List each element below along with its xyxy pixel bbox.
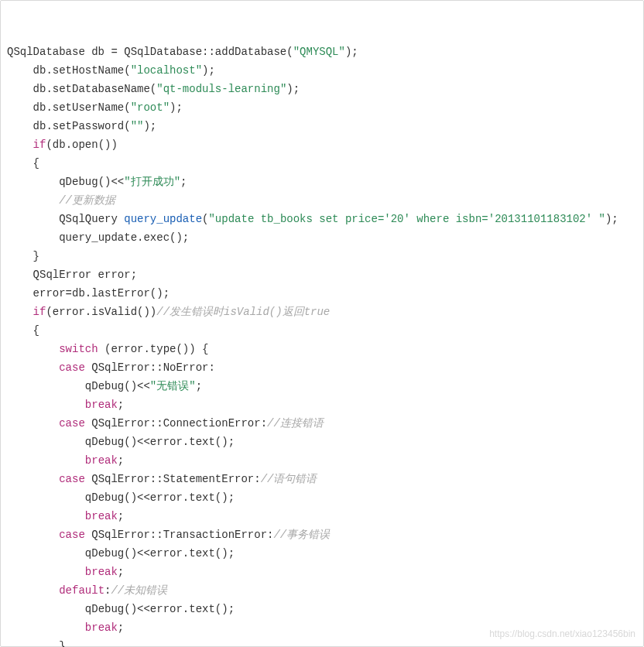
token-kw: switch xyxy=(59,343,98,355)
token-kw: if xyxy=(33,306,46,318)
token-type: ; xyxy=(118,399,124,411)
indent xyxy=(7,529,59,541)
code-line: db.setPassword(""); xyxy=(7,117,637,135)
token-str: "" xyxy=(131,120,144,132)
indent xyxy=(7,306,33,318)
code-line: } xyxy=(7,247,637,265)
code-lines: QSqlDatabase db = QSqlDatabase::addDatab… xyxy=(7,43,637,647)
token-cmt: //连接错语 xyxy=(267,417,324,430)
indent xyxy=(7,454,85,467)
token-type: qDebug()<<error.text(); xyxy=(85,436,235,448)
token-kw: break xyxy=(85,510,118,522)
code-line: break; xyxy=(7,507,637,525)
token-type: db.setPassword( xyxy=(33,120,131,132)
code-line: if(error.isValid())//发生错误时isValid()返回tru… xyxy=(7,303,637,321)
token-type: QSqlError::StatementError: xyxy=(85,473,261,485)
indent xyxy=(7,101,33,114)
token-str: "localhost" xyxy=(131,64,202,77)
token-type: ); xyxy=(345,46,358,58)
code-line: query_update.exec(); xyxy=(7,228,637,247)
indent xyxy=(7,361,59,374)
indent xyxy=(7,380,85,392)
token-str: "root" xyxy=(131,101,170,114)
token-type: ; xyxy=(118,510,124,522)
indent xyxy=(7,603,85,615)
code-line: break; xyxy=(7,395,637,414)
indent xyxy=(7,436,85,448)
indent xyxy=(7,491,85,504)
code-line: qDebug()<<error.text(); xyxy=(7,433,637,451)
code-line: case QSqlError::TransactionError://事务错误 xyxy=(7,525,637,544)
code-line: error=db.lastError(); xyxy=(7,284,637,303)
token-type: qDebug()<< xyxy=(85,380,150,392)
code-line: qDebug()<<"打开成功"; xyxy=(7,173,637,191)
token-type: { xyxy=(33,324,39,337)
token-type: ; xyxy=(180,176,187,188)
token-kw: case xyxy=(59,473,85,485)
code-block: QSqlDatabase db = QSqlDatabase::addDatab… xyxy=(0,0,644,647)
code-line: case QSqlError::NoError: xyxy=(7,358,637,377)
token-kw: break xyxy=(85,454,118,467)
token-kw: break xyxy=(85,399,118,411)
token-type: db.setUserName( xyxy=(33,101,131,114)
code-line: qDebug()<<error.text(); xyxy=(7,544,637,563)
token-type: ; xyxy=(118,621,124,634)
code-line: break; xyxy=(7,563,637,581)
token-type: QSqlError::TransactionError: xyxy=(85,529,274,541)
token-type: (db.open()) xyxy=(46,139,117,151)
indent xyxy=(7,157,33,169)
token-type: query_update.exec(); xyxy=(59,231,189,244)
token-type: qDebug()<< xyxy=(59,176,124,188)
indent xyxy=(7,640,59,647)
indent xyxy=(7,473,59,485)
code-line: { xyxy=(7,154,637,173)
indent xyxy=(7,83,33,95)
code-line: case QSqlError::StatementError://语句错语 xyxy=(7,470,637,488)
token-type: ); xyxy=(170,101,183,114)
code-line: qDebug()<<error.text(); xyxy=(7,488,637,507)
indent xyxy=(7,566,85,578)
indent xyxy=(7,64,33,77)
token-type: ); xyxy=(202,64,215,77)
indent xyxy=(7,510,85,522)
token-type: db.setHostName( xyxy=(33,64,131,77)
token-kw: case xyxy=(59,361,85,374)
indent xyxy=(7,231,59,244)
token-type: QSqlError::ConnectionError: xyxy=(85,417,267,430)
token-kw: if xyxy=(33,139,46,151)
token-type: QSqlQuery xyxy=(59,213,124,225)
code-line: switch (error.type()) { xyxy=(7,340,637,358)
token-kw: default xyxy=(59,584,104,597)
token-type: } xyxy=(59,640,65,647)
indent xyxy=(7,343,59,355)
token-kw: break xyxy=(85,621,118,634)
indent xyxy=(7,269,33,281)
indent xyxy=(7,399,85,411)
code-line: qDebug()<<"无错误"; xyxy=(7,377,637,395)
indent xyxy=(7,139,33,151)
watermark-text: https://blog.csdn.net/xiao123456bin xyxy=(489,625,635,643)
token-type: error=db.lastError(); xyxy=(33,287,170,300)
indent xyxy=(7,547,85,560)
token-type: db.setDatabaseName( xyxy=(33,83,157,95)
token-str: "无错误" xyxy=(150,380,196,392)
token-type: ; xyxy=(196,380,202,392)
code-line: //更新数据 xyxy=(7,191,637,210)
indent xyxy=(7,120,33,132)
code-line: break; xyxy=(7,451,637,470)
code-line: QSqlQuery query_update("update tb_books … xyxy=(7,210,637,228)
token-type: qDebug()<<error.text(); xyxy=(85,491,235,504)
token-type: ); xyxy=(286,83,300,95)
token-cmt: //更新数据 xyxy=(59,194,115,207)
indent xyxy=(7,176,59,188)
token-type: QSqlError::NoError: xyxy=(85,361,215,374)
token-type: QSqlError error; xyxy=(33,269,137,281)
indent xyxy=(7,213,59,225)
token-kw: case xyxy=(59,529,85,541)
code-line: default://未知错误 xyxy=(7,581,637,600)
token-type: } xyxy=(33,250,39,262)
token-kw: break xyxy=(85,566,118,578)
code-line: { xyxy=(7,321,637,340)
code-line: qDebug()<<error.text(); xyxy=(7,600,637,618)
token-type: QSqlDatabase db = QSqlDatabase::addDatab… xyxy=(7,46,293,58)
